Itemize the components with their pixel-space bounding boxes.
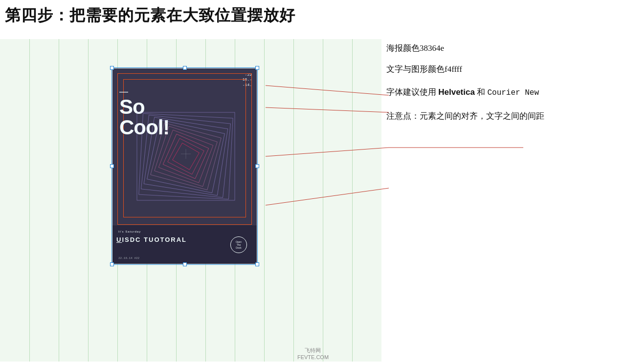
annotations-panel: 海报颜色38364e 文字与图形颜色f4ffff 字体建议使用 Helvetic… [386, 42, 621, 130]
grid-line [29, 39, 30, 362]
annotation-color1: 海报颜色38364e [386, 42, 621, 55]
watermark: 飞特网 FEVTE.COM [297, 347, 329, 360]
brand-u: U [116, 236, 122, 243]
poster-date-bottom: 22.16.14 #22 [118, 257, 139, 260]
grid-line [264, 39, 265, 362]
geo-pattern [132, 107, 240, 205]
grid-line [88, 39, 89, 362]
grid-line [352, 39, 353, 362]
annotation-font: 字体建议使用 Helvetica 和 Courier New [386, 86, 621, 100]
canvas-area: -2216.--14. — So Cool! [0, 39, 381, 362]
poster-wrapper: -2216.--14. — So Cool! [112, 68, 257, 264]
annotation-note: 注意点：元素之间的对齐，文字之间的间距 [386, 109, 621, 123]
poster-bottom: It's Saturday UISDC TUOTORAL 22.16.14 #2… [112, 225, 257, 264]
grid-line [293, 39, 294, 362]
poster-brand: UISDC TUOTORAL [116, 236, 187, 243]
open-circle: OpenTheDeck [230, 236, 247, 253]
poster-saturday: It's Saturday [118, 230, 141, 233]
watermark-en: FEVTE.COM [297, 354, 329, 360]
watermark-cn: 飞特网 [297, 347, 329, 354]
poster-date-top: -2216.--14. [243, 72, 252, 87]
grid-line [59, 39, 59, 362]
open-circle-text: OpenTheDeck [236, 240, 242, 249]
title-dash: — [119, 87, 169, 96]
annotation-color2: 文字与图形颜色f4ffff [386, 63, 621, 76]
page-title: 第四步：把需要的元素在大致位置摆放好 [5, 5, 295, 26]
poster: -2216.--14. — So Cool! [112, 68, 257, 264]
grid-line [323, 39, 323, 362]
